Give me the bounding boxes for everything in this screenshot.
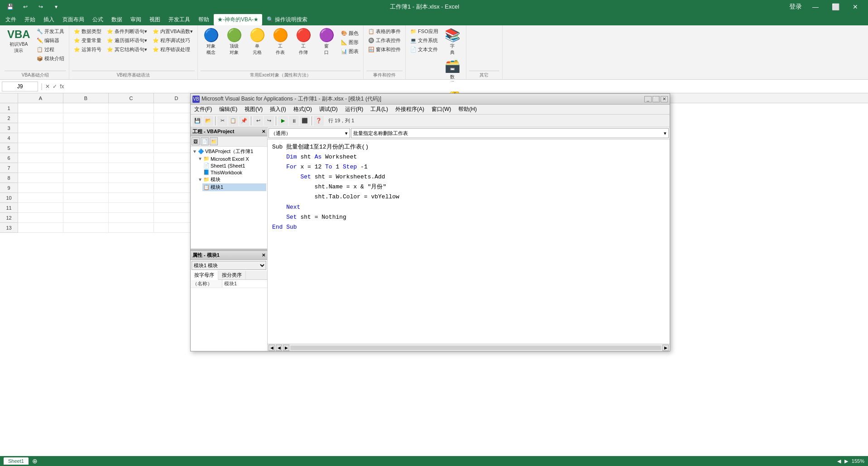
cell-c4[interactable]	[109, 133, 154, 143]
ribbon-btn-formctrl[interactable]: 🪟 窗体和控件	[366, 45, 403, 54]
vba-props-close[interactable]: ✕	[262, 253, 265, 258]
cell-b12[interactable]	[63, 213, 109, 223]
ribbon-btn-chart[interactable]: 📊 图表	[339, 47, 360, 56]
ribbon-btn-color[interactable]: 🎨 颜色	[339, 29, 360, 38]
cell-a12[interactable]	[18, 213, 63, 223]
ribbon-btn-moduleintro[interactable]: 📦 模块介绍	[35, 54, 66, 63]
cell-a9[interactable]	[18, 183, 63, 193]
cell-a13[interactable]	[18, 223, 63, 233]
vba-tb-redo[interactable]: ↪	[264, 116, 274, 126]
tree-item-thisworkbook[interactable]: 📘 ThisWorkbook	[202, 169, 266, 176]
login-button[interactable]: 登录	[786, 0, 805, 14]
menu-developer[interactable]: 开发工具	[165, 14, 194, 25]
cell-b8[interactable]	[63, 173, 109, 183]
vba-proj-btn3[interactable]: 📁	[210, 137, 218, 145]
props-val[interactable]: 模块1	[222, 280, 267, 288]
menu-insert[interactable]: 插入	[40, 14, 58, 25]
cell-a8[interactable]	[18, 173, 63, 183]
cell-c1[interactable]	[109, 103, 154, 113]
vba-menu-debug[interactable]: 调试(D)	[316, 105, 341, 114]
undo-button[interactable]: ↩	[19, 0, 32, 13]
cell-b6[interactable]	[63, 153, 109, 163]
row-header-10[interactable]: 10	[0, 193, 18, 203]
menu-data[interactable]: 数据	[108, 14, 126, 25]
scroll-track[interactable]	[290, 346, 662, 350]
scroll-left-nav[interactable]: ◀	[837, 458, 841, 464]
cell-b3[interactable]	[63, 123, 109, 133]
menu-help[interactable]: 帮助	[195, 14, 213, 25]
vba-proj-btn2[interactable]: 📄	[201, 137, 209, 145]
vba-menu-view[interactable]: 视图(V)	[241, 105, 266, 114]
row-header-8[interactable]: 8	[0, 173, 18, 183]
scroll-right-nav[interactable]: ▶	[844, 458, 848, 464]
vba-close-button[interactable]: ✕	[661, 96, 668, 102]
vba-tb-help[interactable]: ❓	[314, 116, 324, 126]
cell-a4[interactable]	[18, 133, 63, 143]
vba-tb-cut[interactable]: ✂	[217, 116, 227, 126]
scroll-btn2[interactable]: ◀	[276, 345, 282, 351]
ribbon-btn-toplevel[interactable]: 🟢 顶级对象	[224, 27, 245, 58]
cell-a5[interactable]	[18, 143, 63, 153]
vba-restore-button[interactable]: ⬜	[652, 96, 660, 102]
tree-item-module1[interactable]: 📋 模块1	[202, 183, 266, 191]
cell-a6[interactable]	[18, 153, 63, 163]
ribbon-btn-sheetctrl[interactable]: 🔘 工作表控件	[366, 36, 403, 45]
tree-item-sheet1[interactable]: 📄 Sheet1 (Sheet1	[202, 162, 266, 169]
vba-project-close[interactable]: ✕	[262, 129, 265, 134]
vba-menu-addins[interactable]: 外接程序(A)	[392, 105, 428, 114]
vba-tb-open[interactable]: 📂	[203, 116, 213, 126]
scroll-right-btn[interactable]: ▶	[662, 345, 669, 351]
cell-c5[interactable]	[109, 143, 154, 153]
cell-b5[interactable]	[63, 143, 109, 153]
vba-minimize-button[interactable]: _	[644, 96, 652, 102]
col-header-b[interactable]: B	[63, 93, 109, 103]
qat-dropdown[interactable]: ▾	[50, 0, 62, 13]
cell-b9[interactable]	[63, 183, 109, 193]
ribbon-btn-other[interactable]: ⭐ 其它结构语句▾	[105, 45, 149, 54]
ribbon-btn-debug[interactable]: ⭐ 程序调试技巧	[151, 36, 195, 45]
ribbon-btn-shape[interactable]: 📐 图形	[339, 38, 360, 47]
vba-menu-insert[interactable]: 插入(I)	[266, 105, 289, 114]
vba-tb-stop[interactable]: ⬛	[300, 116, 310, 126]
function-icon[interactable]: fx	[60, 83, 64, 90]
cell-b2[interactable]	[63, 113, 109, 123]
row-header-12[interactable]: 12	[0, 213, 18, 223]
menu-vba[interactable]: ★-神奇的VBA-★	[214, 14, 262, 25]
vba-tb-paste[interactable]: 📌	[239, 116, 249, 126]
ribbon-btn-datatype[interactable]: ⭐ 数据类型	[72, 27, 103, 36]
row-header-4[interactable]: 4	[0, 133, 18, 143]
cell-a2[interactable]	[18, 113, 63, 123]
vba-tb-copy[interactable]: 📋	[228, 116, 238, 126]
ribbon-btn-window[interactable]: 🟣 窗口	[316, 27, 337, 58]
confirm-icon[interactable]: ✓	[53, 83, 57, 90]
ribbon-btn-condition[interactable]: ⭐ 条件判断语句▾	[105, 27, 149, 36]
col-header-c[interactable]: C	[109, 93, 154, 103]
ribbon-btn-textfile[interactable]: 📄 文本文件	[408, 45, 440, 54]
tree-item-modules[interactable]: ▼ 📁 模块	[197, 176, 266, 183]
menu-review[interactable]: 审阅	[127, 14, 145, 25]
row-header-11[interactable]: 11	[0, 203, 18, 213]
row-header-1[interactable]: 1	[0, 103, 18, 113]
cell-c11[interactable]	[109, 203, 154, 213]
cell-b11[interactable]	[63, 203, 109, 213]
scroll-left-btn[interactable]: ◀	[269, 345, 275, 351]
sheet-tab-sheet1[interactable]: Sheet1	[4, 457, 29, 465]
scroll-btn3[interactable]: ▶	[283, 345, 289, 351]
cell-b7[interactable]	[63, 163, 109, 173]
ribbon-btn-editor[interactable]: ✏️ 编辑器	[35, 36, 66, 45]
vba-menu-window[interactable]: 窗口(W)	[428, 105, 455, 114]
vba-menu-run[interactable]: 运行(R)	[341, 105, 367, 114]
vba-menu-help[interactable]: 帮助(H)	[455, 105, 480, 114]
vba-tb-run[interactable]: ▶	[278, 116, 288, 126]
vba-tb-break[interactable]: ⏸	[289, 116, 299, 126]
restore-button[interactable]: ⬜	[826, 0, 844, 14]
tree-item-vbaproject[interactable]: ▼ 🔷 VBAProject（工作簿1	[192, 148, 266, 155]
row-header-9[interactable]: 9	[0, 183, 18, 193]
ribbon-btn-workbook[interactable]: 🔴 工作簿	[293, 27, 314, 58]
cell-a10[interactable]	[18, 193, 63, 203]
ribbon-btn-operator[interactable]: ⭐ 运算符号	[72, 45, 103, 54]
vba-props-obj-select[interactable]: 模块1 模块	[192, 261, 266, 270]
row-header-3[interactable]: 3	[0, 123, 18, 133]
cell-b10[interactable]	[63, 193, 109, 203]
ribbon-btn-intro[interactable]: VBA 初识VBA演示	[5, 27, 33, 56]
